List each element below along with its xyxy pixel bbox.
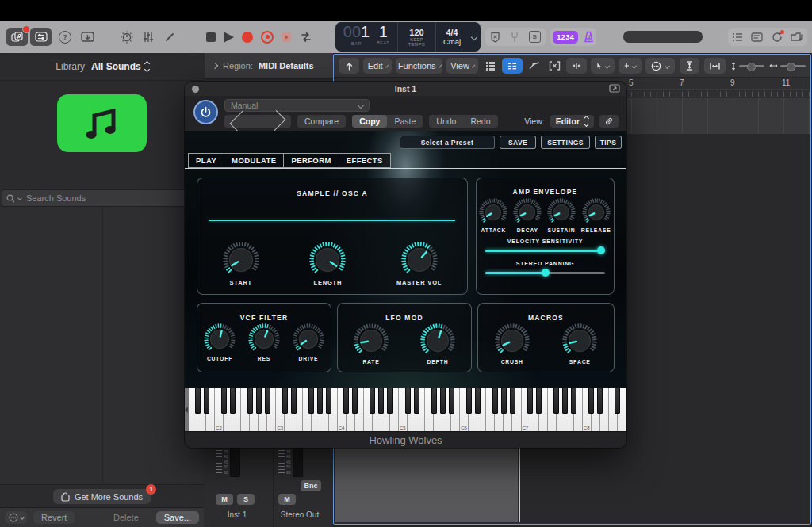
functions-menu[interactable]: Functions xyxy=(396,58,442,74)
search-bar[interactable] xyxy=(2,189,212,207)
slider-handle[interactable] xyxy=(787,63,795,71)
patch-artwork[interactable] xyxy=(57,94,147,152)
paste-button[interactable]: Paste xyxy=(387,115,423,128)
collapse-horizontal-button[interactable] xyxy=(704,58,726,74)
piano-key-black[interactable] xyxy=(492,388,498,414)
piano-key-black[interactable] xyxy=(588,388,594,414)
view-menu[interactable]: View xyxy=(446,58,478,74)
horizontal-zoom-slider[interactable] xyxy=(769,63,806,69)
release-knob[interactable] xyxy=(582,198,611,227)
piano-key-black[interactable] xyxy=(475,388,481,414)
vertical-zoom-slider[interactable] xyxy=(730,62,764,71)
tuning-fork-icon[interactable] xyxy=(511,32,519,43)
piano-key-black[interactable] xyxy=(282,388,288,414)
quick-help-button[interactable]: ? xyxy=(56,28,75,46)
toolbar-toggle-button[interactable] xyxy=(77,28,98,46)
stop-button[interactable] xyxy=(206,32,216,42)
event-list-button[interactable] xyxy=(502,58,523,74)
library-toggle-button[interactable] xyxy=(6,28,28,46)
secondary-tool-button[interactable] xyxy=(619,58,642,74)
piano-key-black[interactable] xyxy=(597,388,603,414)
mute-button[interactable]: M xyxy=(216,494,233,505)
solo-button[interactable]: S xyxy=(237,494,255,505)
space-knob[interactable] xyxy=(562,323,597,358)
channel-name[interactable]: Inst 1 xyxy=(211,510,263,519)
piano-key-black[interactable] xyxy=(510,388,515,414)
piano-key-black[interactable] xyxy=(378,388,384,414)
midi-in-button[interactable] xyxy=(566,58,587,74)
cutoff-knob[interactable] xyxy=(204,323,236,355)
bounce-button[interactable]: Bnc xyxy=(301,480,321,491)
catch-playhead-button[interactable] xyxy=(339,58,359,74)
editors-button[interactable] xyxy=(160,28,179,46)
fader-zone[interactable]: 303540455060 xyxy=(216,444,240,477)
loop-browser-icon[interactable] xyxy=(772,32,783,43)
piano-key-black[interactable] xyxy=(387,388,393,414)
fader-zone[interactable]: 303540455060 xyxy=(278,444,303,477)
piano-key-black[interactable] xyxy=(615,388,620,414)
select-preset-button[interactable]: Select a Preset xyxy=(400,136,495,149)
save-button[interactable]: Save... xyxy=(156,511,199,524)
mixer-button[interactable] xyxy=(139,28,158,46)
master-vol-knob[interactable] xyxy=(401,242,438,278)
play-button[interactable] xyxy=(224,32,234,43)
collapse-vertical-button[interactable] xyxy=(680,58,699,74)
velocity-sensitivity-slider[interactable] xyxy=(485,246,605,255)
action-menu-button[interactable] xyxy=(5,511,27,524)
tab-play[interactable]: PLAY xyxy=(188,153,224,168)
preset-select[interactable]: Manual xyxy=(224,99,370,112)
drive-knob[interactable] xyxy=(293,323,324,355)
count-in-button[interactable]: 1234 xyxy=(553,31,578,44)
piano-key-black[interactable] xyxy=(527,388,533,414)
next-preset-button[interactable] xyxy=(258,115,291,128)
piano-key-black[interactable] xyxy=(414,388,419,414)
save-preset-button[interactable]: SAVE xyxy=(500,136,536,149)
depth-knob[interactable] xyxy=(420,323,455,358)
piano-key-black[interactable] xyxy=(256,388,262,414)
piano-key-black[interactable] xyxy=(204,388,209,414)
piano-key-black[interactable] xyxy=(370,388,375,414)
crush-knob[interactable] xyxy=(495,323,530,358)
get-more-sounds-button[interactable]: Get More Sounds 1 xyxy=(53,489,151,504)
piano-key-black[interactable] xyxy=(352,388,358,414)
piano-key-black[interactable] xyxy=(317,388,323,414)
metronome-button[interactable] xyxy=(584,31,594,43)
copy-button[interactable]: Copy xyxy=(352,115,387,128)
brackets-button[interactable] xyxy=(546,58,562,74)
decay-knob[interactable] xyxy=(513,198,542,227)
piano-key-black[interactable] xyxy=(247,388,253,414)
piano-key-black[interactable] xyxy=(553,388,559,414)
tuner-button[interactable] xyxy=(117,28,136,46)
start-knob[interactable] xyxy=(223,242,259,278)
previous-preset-button[interactable] xyxy=(224,115,258,128)
piano-key-black[interactable] xyxy=(343,388,349,414)
piano-key-black[interactable] xyxy=(326,388,331,414)
capture-recording-button[interactable] xyxy=(261,31,274,44)
browsers-icon[interactable] xyxy=(791,32,803,42)
tab-effects[interactable]: EFFECTS xyxy=(339,153,391,168)
piano-key-black[interactable] xyxy=(501,388,507,414)
piano-key-black[interactable] xyxy=(291,388,297,414)
piano-key-black[interactable] xyxy=(308,388,314,414)
replace-record-button[interactable] xyxy=(282,32,291,42)
plugin-titlebar[interactable]: Inst 1 xyxy=(185,82,626,96)
search-input[interactable] xyxy=(25,193,186,204)
automation-button[interactable] xyxy=(527,58,542,74)
lcd-menu-button[interactable] xyxy=(468,22,481,52)
library-scope-menu[interactable]: All Sounds xyxy=(91,61,149,72)
tab-modulate[interactable]: MODULATE xyxy=(224,153,284,168)
settings-button[interactable]: SETTINGS xyxy=(541,136,590,149)
solo-mode-button[interactable]: S xyxy=(529,31,541,43)
mute-button[interactable]: M xyxy=(278,494,296,505)
tab-perform[interactable]: PERFORM xyxy=(283,153,339,168)
piano-key-black[interactable] xyxy=(440,388,446,414)
piano-key-black[interactable] xyxy=(466,388,472,414)
piano-key-black[interactable] xyxy=(571,388,576,414)
undo-button[interactable]: Undo xyxy=(429,115,463,128)
attack-knob[interactable] xyxy=(479,198,508,227)
compare-button[interactable]: Compare xyxy=(297,115,346,128)
piano-key-black[interactable] xyxy=(195,388,201,414)
view-list-icon[interactable] xyxy=(732,32,743,42)
inspector-toggle-button[interactable] xyxy=(30,28,52,46)
piano-key-black[interactable] xyxy=(221,388,227,414)
